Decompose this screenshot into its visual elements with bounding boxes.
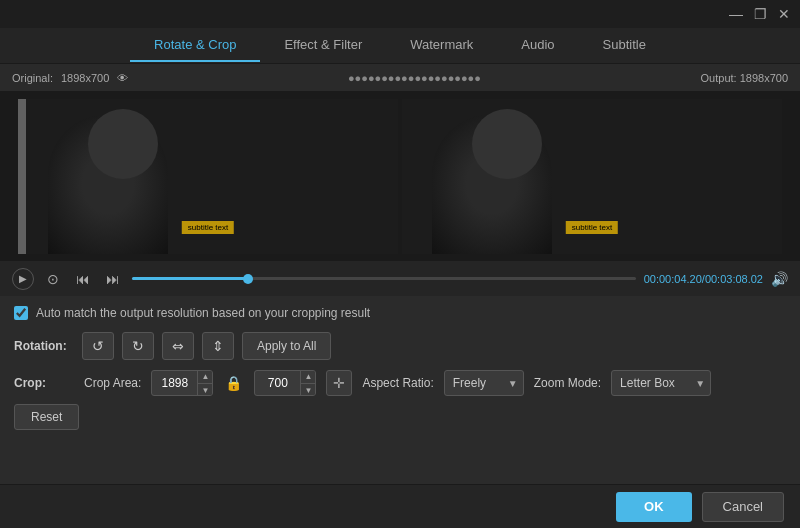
progress-track[interactable]: [132, 277, 636, 280]
ok-button[interactable]: OK: [616, 492, 692, 522]
flip-horizontal-button[interactable]: ⇔: [162, 332, 194, 360]
stop-button[interactable]: ⊙: [42, 268, 64, 290]
tab-rotate-crop[interactable]: Rotate & Crop: [130, 29, 260, 62]
play-button[interactable]: ▶: [12, 268, 34, 290]
subtitle-overlay-right: subtitle text: [566, 221, 618, 234]
aspect-ratio-select[interactable]: Freely 16:9 4:3 1:1 9:16: [444, 370, 524, 396]
window-controls: — ❐ ✕: [728, 6, 792, 22]
progress-fill: [132, 277, 248, 280]
bottom-bar: OK Cancel: [0, 484, 800, 528]
volume-icon[interactable]: 🔊: [771, 271, 788, 287]
output-label: Output:: [701, 72, 737, 84]
crop-row: Crop: Crop Area: ▲ ▼ 🔒 ▲ ▼ ✛ Aspect Rati…: [14, 370, 786, 396]
crop-label: Crop:: [14, 376, 74, 390]
crop-handle-left[interactable]: [18, 99, 26, 254]
aspect-ratio-wrap: Freely 16:9 4:3 1:1 9:16 ▼: [444, 370, 524, 396]
original-size: 1898x700: [61, 72, 109, 84]
info-bar: Original: 1898x700 👁 ●●●●●●●●●●●●●●●●●●●…: [0, 64, 800, 92]
crop-width-down[interactable]: ▼: [198, 383, 212, 396]
cancel-button[interactable]: Cancel: [702, 492, 784, 522]
zoom-mode-label: Zoom Mode:: [534, 376, 601, 390]
crop-width-spinners: ▲ ▼: [197, 370, 212, 396]
crop-height-input-wrap: ▲ ▼: [254, 370, 316, 396]
original-info: Original: 1898x700 👁: [12, 72, 128, 84]
zoom-mode-select[interactable]: Letter Box Pan & Scan Full: [611, 370, 711, 396]
preview-video-left: subtitle text: [18, 99, 398, 254]
time-total: 00:03:08.02: [705, 273, 763, 285]
crop-width-input-wrap: ▲ ▼: [151, 370, 213, 396]
crop-center-button[interactable]: ✛: [326, 370, 352, 396]
rotation-label: Rotation:: [14, 339, 74, 353]
crop-height-up[interactable]: ▲: [301, 370, 315, 383]
original-label: Original:: [12, 72, 53, 84]
tab-effect-filter[interactable]: Effect & Filter: [260, 29, 386, 62]
output-info: Output: 1898x700: [701, 72, 788, 84]
preview-video-right: subtitle text: [402, 99, 782, 254]
restore-button[interactable]: ❐: [752, 6, 768, 22]
auto-match-checkbox[interactable]: [14, 306, 28, 320]
crop-height-input[interactable]: [255, 376, 300, 390]
time-display: 00:00:04.20/00:03:08.02: [644, 273, 763, 285]
filename-display: ●●●●●●●●●●●●●●●●●●●●: [348, 72, 481, 84]
tab-subtitle[interactable]: Subtitle: [579, 29, 670, 62]
apply-all-button[interactable]: Apply to All: [242, 332, 331, 360]
crop-width-input[interactable]: [152, 376, 197, 390]
crop-width-up[interactable]: ▲: [198, 370, 212, 383]
eye-icon[interactable]: 👁: [117, 72, 128, 84]
minimize-button[interactable]: —: [728, 6, 744, 22]
rotate-cw-button[interactable]: ↻: [122, 332, 154, 360]
preview-area: subtitle text subtitle text: [0, 92, 800, 260]
subtitle-overlay-left: subtitle text: [182, 221, 234, 234]
reset-button[interactable]: Reset: [14, 404, 79, 430]
tab-watermark[interactable]: Watermark: [386, 29, 497, 62]
next-frame-button[interactable]: ⏭: [102, 268, 124, 290]
reset-row: Reset: [14, 404, 786, 430]
progress-thumb[interactable]: [243, 274, 253, 284]
auto-match-label: Auto match the output resolution based o…: [36, 306, 370, 320]
controls-panel: Auto match the output resolution based o…: [0, 296, 800, 440]
rotate-ccw-button[interactable]: ↺: [82, 332, 114, 360]
rotation-row: Rotation: ↺ ↻ ⇔ ⇕ Apply to All: [14, 332, 786, 360]
playback-bar: ▶ ⊙ ⏮ ⏭ 00:00:04.20/00:03:08.02 🔊: [0, 260, 800, 296]
crop-area-label: Crop Area:: [84, 376, 141, 390]
time-current: 00:00:04.20: [644, 273, 702, 285]
close-button[interactable]: ✕: [776, 6, 792, 22]
auto-match-row: Auto match the output resolution based o…: [14, 306, 786, 320]
crop-height-down[interactable]: ▼: [301, 383, 315, 396]
tab-audio[interactable]: Audio: [497, 29, 578, 62]
prev-frame-button[interactable]: ⏮: [72, 268, 94, 290]
crop-height-spinners: ▲ ▼: [300, 370, 315, 396]
tab-bar: Rotate & Crop Effect & Filter Watermark …: [0, 28, 800, 64]
flip-vertical-button[interactable]: ⇕: [202, 332, 234, 360]
title-bar: — ❐ ✕: [0, 0, 800, 28]
aspect-ratio-label: Aspect Ratio:: [362, 376, 433, 390]
lock-icon[interactable]: 🔒: [223, 375, 244, 391]
output-size: 1898x700: [740, 72, 788, 84]
zoom-mode-wrap: Letter Box Pan & Scan Full ▼: [611, 370, 711, 396]
